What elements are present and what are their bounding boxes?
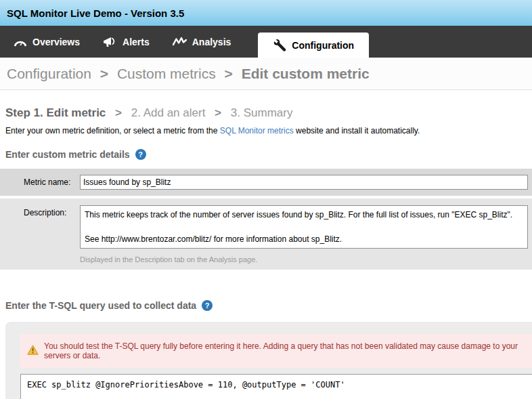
breadcrumb-item-configuration[interactable]: Configuration: [7, 66, 91, 81]
step-1-edit-metric: Step 1. Edit metric: [5, 106, 106, 119]
step-2-add-alert[interactable]: 2. Add an alert: [131, 106, 206, 119]
breadcrumb-separator: >: [225, 66, 233, 81]
metric-name-input[interactable]: [80, 175, 528, 190]
gauge-icon: [14, 37, 27, 47]
description-hint: Displayed in the Description tab on the …: [80, 255, 528, 264]
nav-tab-label: Analysis: [192, 37, 231, 47]
waveform-icon: [173, 37, 187, 47]
tsql-warning-text: You should test the T-SQL query fully be…: [44, 341, 531, 360]
app-title: SQL Monitor Live Demo - Version 3.5: [7, 7, 184, 19]
warning-triangle-icon: [27, 345, 39, 358]
breadcrumb-separator: >: [100, 66, 108, 81]
metric-name-label: Metric name:: [24, 177, 80, 187]
breadcrumb-bar: Configuration > Custom metrics > Edit cu…: [0, 58, 532, 90]
nav-tab-label: Configuration: [292, 40, 354, 51]
metric-details-heading-text: Enter custom metric details: [5, 149, 130, 160]
nav-tab-alerts[interactable]: Alerts: [103, 26, 150, 58]
megaphone-icon: [103, 37, 117, 47]
tsql-panel: You should test the T-SQL query fully be…: [5, 322, 532, 399]
step-separator: >: [215, 106, 221, 119]
nav-tab-configuration[interactable]: Configuration: [258, 33, 369, 58]
help-icon[interactable]: ?: [202, 300, 213, 311]
wrench-icon: [273, 39, 286, 51]
step-separator: >: [115, 106, 122, 119]
tsql-heading: Enter the T-SQL query used to collect da…: [5, 300, 532, 311]
breadcrumb: Configuration > Custom metrics > Edit cu…: [7, 66, 370, 82]
description-label: Description:: [24, 205, 80, 217]
breadcrumb-item-current: Edit custom metric: [242, 66, 370, 81]
nav-tab-label: Alerts: [123, 37, 150, 47]
intro-text-before: Enter your own metric definition, or sel…: [5, 126, 220, 135]
sql-monitor-metrics-link[interactable]: SQL Monitor metrics: [220, 126, 294, 135]
main-navigation: Overviews Alerts Analysis Configu: [0, 26, 532, 58]
description-row: Description: This metric keeps track of …: [0, 198, 532, 270]
description-textarea[interactable]: This metric keeps track of the number of…: [80, 205, 528, 249]
nav-tab-analysis[interactable]: Analysis: [173, 26, 231, 58]
tsql-warning-banner: You should test the T-SQL query fully be…: [20, 334, 532, 368]
intro-text: Enter your own metric definition, or sel…: [5, 126, 532, 135]
metric-details-heading: Enter custom metric details ?: [5, 149, 532, 160]
metric-name-row: Metric name:: [0, 169, 532, 196]
intro-text-after: website and install it automatically.: [294, 126, 420, 135]
breadcrumb-item-custom-metrics[interactable]: Custom metrics: [117, 66, 216, 81]
nav-tab-label: Overviews: [32, 37, 80, 47]
wizard-steps: Step 1. Edit metric > 2. Add an alert > …: [5, 106, 532, 120]
tsql-heading-text: Enter the T-SQL query used to collect da…: [5, 300, 196, 311]
step-3-summary[interactable]: 3. Summary: [231, 106, 293, 119]
metric-details-form: Metric name: Description: This metric ke…: [0, 169, 532, 270]
app-title-bar: SQL Monitor Live Demo - Version 3.5: [0, 0, 532, 26]
tsql-query-textarea[interactable]: EXEC sp_blitz @IgnorePrioritiesAbove = 1…: [20, 374, 532, 399]
help-icon[interactable]: ?: [135, 149, 146, 160]
nav-tab-overviews[interactable]: Overviews: [14, 26, 80, 58]
